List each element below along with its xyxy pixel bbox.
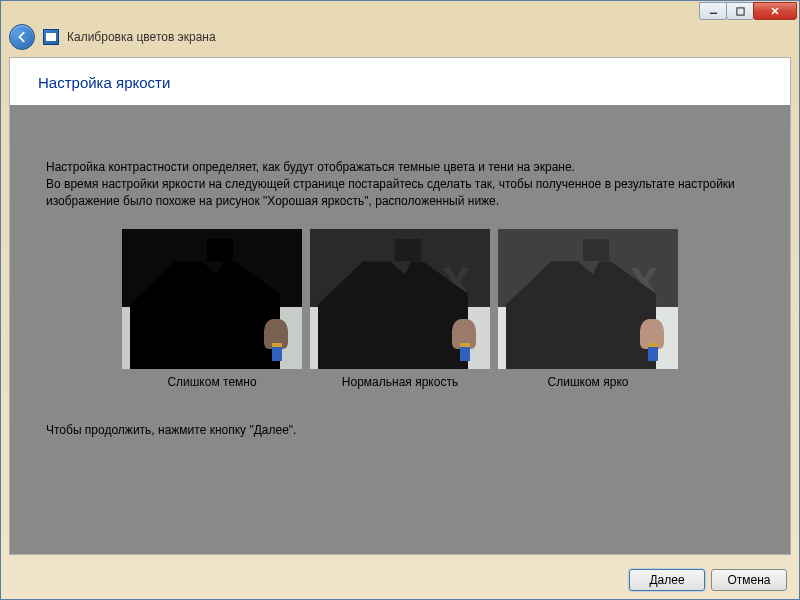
sample-too-dark: X Слишком темно xyxy=(122,229,302,389)
sample-image-bright: X xyxy=(498,229,678,369)
svg-rect-1 xyxy=(736,7,743,14)
page-body: Настройка контрастности определяет, как … xyxy=(10,105,790,554)
app-title: Калибровка цветов экрана xyxy=(67,30,216,44)
titlebar xyxy=(1,1,799,21)
page-heading: Настройка яркости xyxy=(10,58,790,105)
instruction-paragraph-2: Во время настройки яркости на следующей … xyxy=(46,176,754,210)
sample-good: X Нормальная яркость xyxy=(310,229,490,389)
instruction-paragraph-1: Настройка контрастности определяет, как … xyxy=(46,159,754,176)
sample-image-dark: X xyxy=(122,229,302,369)
maximize-button[interactable] xyxy=(726,2,754,20)
app-icon xyxy=(43,29,59,45)
wizard-window: Калибровка цветов экрана Настройка яркос… xyxy=(0,0,800,600)
sample-image-good: X xyxy=(310,229,490,369)
sample-too-bright: X Слишком ярко xyxy=(498,229,678,389)
minimize-button[interactable] xyxy=(699,2,727,20)
close-button[interactable] xyxy=(753,2,797,20)
cancel-button[interactable]: Отмена xyxy=(711,569,787,591)
navbar: Калибровка цветов экрана xyxy=(1,21,799,53)
sample-images-row: X Слишком темно X xyxy=(46,229,754,389)
instruction-text: Настройка контрастности определяет, как … xyxy=(46,159,754,209)
caption-too-dark: Слишком темно xyxy=(167,375,256,389)
back-button[interactable] xyxy=(9,24,35,50)
caption-too-bright: Слишком ярко xyxy=(548,375,629,389)
content-area: Настройка яркости Настройка контрастност… xyxy=(9,57,791,555)
footer-buttons: Далее Отмена xyxy=(629,569,787,591)
continue-instruction: Чтобы продолжить, нажмите кнопку "Далее"… xyxy=(46,423,754,437)
caption-good: Нормальная яркость xyxy=(342,375,458,389)
next-button[interactable]: Далее xyxy=(629,569,705,591)
